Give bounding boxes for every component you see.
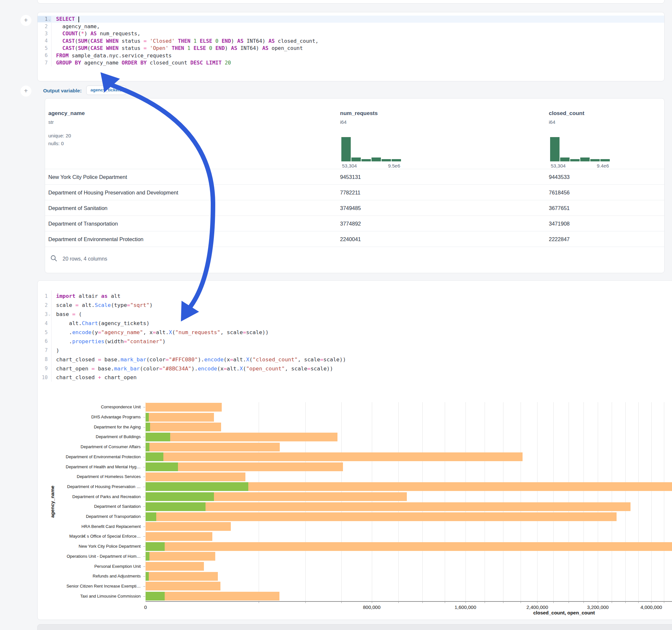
gridline xyxy=(521,402,521,601)
bar-closed_count xyxy=(146,413,214,421)
y-axis-label: Refunds and Adjustments xyxy=(39,574,141,579)
table-row[interactable]: Department of Housing Preservation and D… xyxy=(45,185,664,200)
code-line[interactable]: 1⌄SELECT xyxy=(38,16,664,23)
code-line[interactable]: 7GROUP BY agency_name ORDER BY closed_co… xyxy=(38,59,664,66)
y-axis-label: HRA Benefit Card Replacement xyxy=(39,524,141,529)
bar-open_count xyxy=(146,512,156,521)
table-cell: 3677651 xyxy=(549,200,570,216)
code-line[interactable]: 4 CAST(SUM(CASE WHEN status = 'Closed' T… xyxy=(38,37,664,44)
sql-code-editor[interactable]: 1⌄SELECT 2 agency_name,3 COUNT(*) AS num… xyxy=(38,16,664,67)
bar-closed_count xyxy=(146,542,672,551)
line-number: 6 xyxy=(38,52,51,58)
column-header-closed_count[interactable]: closed_counti6453,3049.4e6 xyxy=(549,98,672,169)
y-axis-label: DHS Advantage Programs xyxy=(39,414,141,419)
gridline xyxy=(569,402,569,601)
column-stat: unique: 20 xyxy=(48,133,71,138)
y-tick xyxy=(143,566,145,567)
output-variable-label: Output variable: xyxy=(43,88,82,94)
histogram-min-label: 53,304 xyxy=(551,163,566,169)
table-row[interactable]: Department of Transportation377489234719… xyxy=(45,216,664,232)
y-tick xyxy=(143,576,145,577)
y-tick xyxy=(143,447,145,447)
code-text: GROUP BY agency_name ORDER BY closed_cou… xyxy=(51,59,231,66)
bar-open_count xyxy=(146,422,150,431)
y-tick xyxy=(143,497,145,497)
column-type: i64 xyxy=(549,119,555,125)
table-cell: 7782211 xyxy=(340,185,360,200)
bar-closed_count xyxy=(146,522,231,531)
histogram-bar xyxy=(371,158,381,162)
table-cell: Department of Transportation xyxy=(48,216,118,232)
code-text: agency_name, xyxy=(51,23,100,29)
bar-open_count xyxy=(146,462,178,471)
line-number: 2 xyxy=(38,24,51,29)
bar-closed_count xyxy=(146,592,280,601)
table-cell: New York City Police Department xyxy=(48,169,127,185)
code-line[interactable]: 6FROM sample_data.nyc.service_requests xyxy=(38,52,664,59)
output-variable-chip[interactable]: agency_tickets xyxy=(86,86,126,95)
column-header-agency_name[interactable]: agency_namestrunique: 20nulls: 0 xyxy=(48,98,256,169)
gridline xyxy=(259,402,259,601)
fold-toggle-icon[interactable]: ⌄ xyxy=(48,17,51,21)
y-tick xyxy=(143,596,145,597)
code-line[interactable]: 3 COUNT(*) AS num_requests, xyxy=(38,30,664,37)
code-line[interactable]: 5 CAST(SUM(CASE WHEN status = 'Open' THE… xyxy=(38,45,664,52)
histogram-bar xyxy=(550,137,559,162)
y-axis-label: Department of Sanitation xyxy=(39,504,141,509)
bar-closed_count xyxy=(146,582,220,590)
histogram-bar xyxy=(352,158,361,162)
gridline xyxy=(423,402,423,601)
bar-closed_count xyxy=(146,453,523,461)
bar-open_count xyxy=(146,542,165,551)
gridline xyxy=(625,402,626,601)
row-column-count: 20 rows, 4 columns xyxy=(63,256,107,262)
search-icon[interactable] xyxy=(50,255,57,263)
y-axis-line xyxy=(146,402,146,601)
column-header-num_requests[interactable]: num_requestsi6453,3049.5e6 xyxy=(340,98,548,169)
table-cell: Department of Sanitation xyxy=(48,200,107,216)
bar-open_count xyxy=(146,482,248,491)
histogram-bar xyxy=(600,159,610,162)
bar-closed_count xyxy=(146,512,617,521)
bar-open_count xyxy=(146,552,149,561)
code-text: SELECT xyxy=(51,16,79,22)
x-axis-label: 1,600,000 xyxy=(455,604,476,610)
histogram-bar xyxy=(590,159,600,162)
next-cell-edge xyxy=(37,624,672,630)
table-row[interactable]: Department of Environmental Protection22… xyxy=(45,231,664,247)
line-number: 3 xyxy=(38,31,51,37)
table-row[interactable]: Department of Sanitation37494853677651 xyxy=(45,200,664,216)
x-axis-label: 4,000,000 xyxy=(641,604,662,610)
table-row[interactable]: New York City Police Department945313194… xyxy=(45,169,664,185)
add-cell-button[interactable]: + xyxy=(20,15,31,26)
y-axis-label: Operations Unit - Department of Hom… xyxy=(39,554,141,559)
bar-closed_count xyxy=(146,532,212,541)
bar-open_count xyxy=(146,502,206,511)
plus-icon: + xyxy=(24,87,28,94)
histogram-min-label: 53,304 xyxy=(342,163,357,169)
sql-cell[interactable]: 1⌄SELECT 2 agency_name,3 COUNT(*) AS num… xyxy=(37,12,665,81)
histogram-bar xyxy=(341,137,351,162)
gridline xyxy=(664,402,664,601)
gridline xyxy=(503,402,503,601)
column-name: closed_count xyxy=(549,110,584,117)
table-cell: 9443533 xyxy=(549,169,570,185)
code-line[interactable]: 2 agency_name, xyxy=(38,23,664,30)
x-axis-label: 800,000 xyxy=(363,604,381,610)
result-table-panel: agency_namestrunique: 20nulls: 0num_requ… xyxy=(45,98,665,273)
table-cell: 2240041 xyxy=(340,232,361,247)
x-axis-line xyxy=(146,601,672,602)
table-cell: 7618456 xyxy=(549,185,570,200)
bar-open_count xyxy=(146,572,149,581)
table-cell: 3471908 xyxy=(549,216,570,232)
code-text: CAST(SUM(CASE WHEN status = 'Open' THEN … xyxy=(51,45,303,51)
histogram-bar xyxy=(560,158,570,162)
gridline xyxy=(372,402,372,601)
gridline xyxy=(583,402,584,601)
gridline xyxy=(553,402,554,601)
add-cell-button[interactable]: + xyxy=(20,86,31,97)
previous-cell-edge xyxy=(37,0,665,4)
column-histogram xyxy=(341,137,402,162)
x-axis-label: 2,400,000 xyxy=(526,604,548,610)
python-cell[interactable]: 1import altair as alt2scale = alt.Scale(… xyxy=(37,280,672,620)
